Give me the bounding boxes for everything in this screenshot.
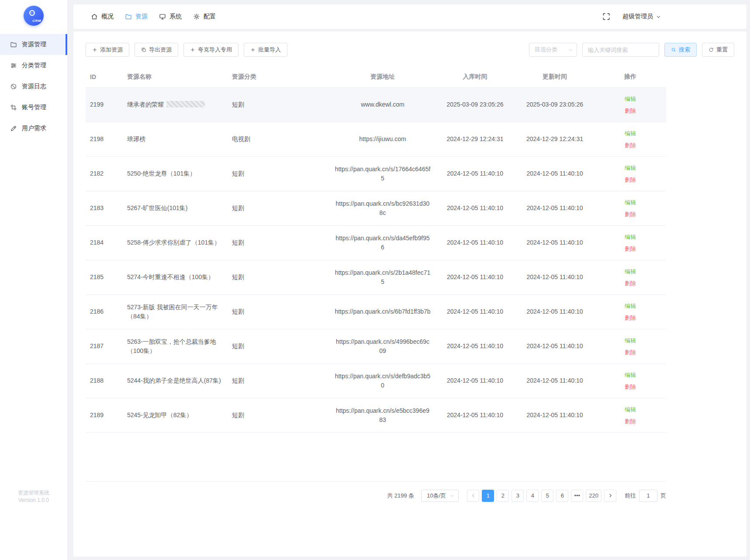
cell-created-time: 2024-12-05 11:40:10 — [435, 294, 515, 329]
reset-button[interactable]: 重置 — [702, 43, 734, 57]
folder-icon — [10, 41, 17, 48]
delete-link[interactable]: 删除 — [599, 415, 662, 427]
cell-actions: 编辑 删除 — [594, 260, 666, 294]
delete-link[interactable]: 删除 — [599, 208, 662, 220]
page-button-5[interactable]: 5 — [541, 490, 553, 502]
chevron-down-icon — [449, 493, 455, 498]
delete-link[interactable]: 删除 — [599, 381, 662, 393]
column-header-actions: 操作 — [594, 66, 666, 87]
category-filter-select[interactable]: 筛选分类 — [529, 43, 577, 57]
edit-link[interactable]: 编辑 — [599, 266, 662, 277]
cell-updated-time: 2024-12-05 11:40:10 — [515, 260, 594, 294]
sidebar-item-user-requirements[interactable]: 用户需求 — [0, 118, 67, 139]
goto-page-input[interactable] — [639, 490, 657, 502]
page-size-select[interactable]: 10条/页 — [421, 490, 459, 502]
topbar-right: 超级管理员 — [602, 13, 661, 21]
edit-link[interactable]: 编辑 — [599, 335, 662, 346]
table-row[interactable]: 2198 琅琊榜 电视剧 https://ijiuwu.com 2024-12-… — [86, 122, 666, 156]
page-button-1[interactable]: 1 — [482, 490, 494, 502]
top-nav-tabs: 概况 资源 系统 配置 — [91, 13, 216, 21]
table-row[interactable]: 2186 5273-新版 我被困在同一天一万年（84集） 短剧 https://… — [86, 294, 666, 329]
cell-id: 2184 — [86, 225, 123, 260]
fullscreen-icon[interactable] — [602, 13, 610, 21]
resource-table-body: 2199 继承者的荣耀 短剧 www.dkewl.com 2025-03-09 … — [86, 87, 666, 432]
tab-label: 系统 — [169, 13, 182, 21]
batch-import-button[interactable]: 批量导入 — [244, 43, 287, 57]
table-row[interactable]: 2184 5258-傅少求求你别虐了（101集） 短剧 https://pan.… — [86, 225, 666, 260]
delete-link[interactable]: 删除 — [599, 139, 662, 151]
edit-link[interactable]: 编辑 — [599, 197, 662, 208]
keyword-search-input[interactable] — [582, 43, 659, 57]
prev-page-button[interactable] — [467, 490, 479, 502]
page-button-2[interactable]: 2 — [497, 490, 509, 502]
cell-updated-time: 2024-12-29 12:24:31 — [515, 122, 594, 156]
page-button-3[interactable]: 3 — [512, 490, 524, 502]
home-icon — [91, 13, 98, 20]
delete-link[interactable]: 删除 — [599, 312, 662, 324]
next-page-button[interactable] — [604, 490, 616, 502]
plus-icon — [92, 47, 97, 52]
table-row[interactable]: 2189 5245-见龙卸甲（82集） 短剧 https://pan.quark… — [86, 398, 666, 432]
delete-link[interactable]: 删除 — [599, 277, 662, 289]
sidebar-item-resource-log[interactable]: 资源日志 — [0, 76, 67, 97]
table-row[interactable]: 2187 5263-一胎双宝，抢个总裁当爹地（100集） 短剧 https://… — [86, 329, 666, 363]
crm-logo-icon: CRM — [24, 6, 44, 26]
table-row[interactable]: 2185 5274-今时重逢不相逢（100集） 短剧 https://pan.q… — [86, 260, 666, 294]
more-pages-button[interactable]: ••• — [571, 490, 583, 502]
edit-link[interactable]: 编辑 — [599, 162, 662, 174]
cell-resource-name: 琅琊榜 — [123, 122, 228, 156]
cell-updated-time: 2024-12-05 11:40:10 — [515, 156, 594, 191]
app-layout: CRM 资源管理 分类管理 资源日志 账号管理 用户需求 — [0, 0, 750, 560]
user-menu[interactable]: 超级管理员 — [622, 13, 661, 21]
cell-resource-name: 5263-一胎双宝，抢个总裁当爹地（100集） — [123, 329, 228, 363]
cell-resource-url: https://pan.quark.cn/s/2b1a48fec715 — [330, 260, 435, 294]
plus-icon — [190, 47, 195, 52]
chevron-down-icon — [656, 14, 661, 20]
cell-actions: 编辑 删除 — [594, 225, 666, 260]
page-button-220[interactable]: 220 — [586, 490, 601, 502]
delete-link[interactable]: 删除 — [599, 243, 662, 255]
edit-link[interactable]: 编辑 — [599, 231, 662, 243]
table-row[interactable]: 2188 5244-我的弟子全是绝世高人(87集) 短剧 https://pan… — [86, 363, 666, 398]
cell-actions: 编辑 删除 — [594, 363, 666, 398]
edit-link[interactable]: 编辑 — [599, 300, 662, 312]
cell-resource-url: https://pan.quark.cn/s/bc92631d308c — [330, 191, 435, 225]
export-resource-button[interactable]: 导出资源 — [135, 43, 178, 57]
tab-overview[interactable]: 概况 — [91, 13, 114, 21]
cell-actions: 编辑 删除 — [594, 294, 666, 329]
table-row[interactable]: 2199 继承者的荣耀 短剧 www.dkewl.com 2025-03-09 … — [86, 87, 666, 122]
delete-link[interactable]: 删除 — [599, 105, 662, 117]
cell-id: 2189 — [86, 398, 123, 432]
table-row[interactable]: 2182 5250-绝世龙尊（101集） 短剧 https://pan.quar… — [86, 156, 666, 191]
add-resource-button[interactable]: 添加资源 — [86, 43, 129, 57]
column-header-category: 资源分类 — [228, 66, 330, 87]
delete-link[interactable]: 删除 — [599, 346, 662, 358]
page-button-6[interactable]: 6 — [556, 490, 568, 502]
delete-link[interactable]: 删除 — [599, 174, 662, 186]
table-row[interactable]: 2183 5267-旷世医仙(101集) 短剧 https://pan.quar… — [86, 191, 666, 225]
cell-updated-time: 2024-12-05 11:40:10 — [515, 191, 594, 225]
edit-link[interactable]: 编辑 — [599, 93, 662, 105]
edit-link[interactable]: 编辑 — [599, 404, 662, 415]
edit-link[interactable]: 编辑 — [599, 369, 662, 381]
tab-resources[interactable]: 资源 — [125, 13, 148, 21]
sidebar-item-resource-management[interactable]: 资源管理 — [0, 34, 67, 55]
redacted-text — [166, 101, 205, 107]
tab-system[interactable]: 系统 — [159, 13, 182, 21]
page-button-4[interactable]: 4 — [526, 490, 539, 502]
chevron-right-icon — [608, 493, 613, 498]
cell-created-time: 2024-12-05 11:40:10 — [435, 156, 515, 191]
cell-id: 2186 — [86, 294, 123, 329]
search-button[interactable]: 搜索 — [664, 43, 697, 57]
cell-resource-url: https://pan.quark.cn/s/da45efb9f956 — [330, 225, 435, 260]
edit-link[interactable]: 编辑 — [599, 128, 662, 139]
total-count: 共 2199 条 — [387, 492, 414, 500]
tab-configuration[interactable]: 配置 — [193, 13, 216, 21]
app-logo: CRM — [0, 0, 67, 31]
quark-import-button[interactable]: 夸克导入专用 — [183, 43, 238, 57]
sidebar-item-account-management[interactable]: 账号管理 — [0, 97, 67, 118]
sidebar-item-category-management[interactable]: 分类管理 — [0, 55, 67, 76]
sidebar-item-label: 资源日志 — [22, 83, 46, 90]
tab-label: 概况 — [101, 13, 114, 21]
toolbar-filters: 筛选分类 搜索 重置 — [529, 43, 734, 57]
